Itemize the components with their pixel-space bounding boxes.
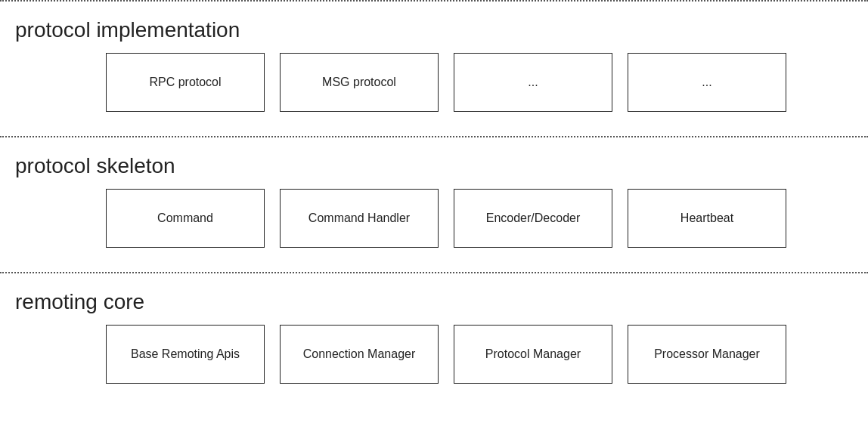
section-protocol-skeleton: protocol skeleton CommandCommand Handler… [0, 137, 868, 272]
box-msg-protocol: MSG protocol [280, 53, 439, 112]
box-protocol-manager: Protocol Manager [454, 325, 612, 384]
box-command-handler: Command Handler [280, 189, 439, 248]
section-label-remoting-core: remoting core [0, 282, 868, 325]
box-ellipsis-1: ... [454, 53, 612, 112]
section-label-protocol-implementation: protocol implementation [0, 11, 868, 53]
box-heartbeat: Heartbeat [628, 189, 786, 248]
box-connection-manager: Connection Manager [280, 325, 439, 384]
box-ellipsis-2: ... [628, 53, 786, 112]
boxes-row-protocol-implementation: RPC protocolMSG protocol...... [0, 53, 868, 124]
box-command: Command [106, 189, 265, 248]
section-remoting-core: remoting core Base Remoting ApisConnecti… [0, 273, 868, 408]
boxes-row-protocol-skeleton: CommandCommand HandlerEncoder/DecoderHea… [0, 189, 868, 260]
boxes-row-remoting-core: Base Remoting ApisConnection ManagerProt… [0, 325, 868, 396]
section-protocol-implementation: protocol implementation RPC protocolMSG … [0, 2, 868, 136]
box-processor-manager: Processor Manager [628, 325, 786, 384]
architecture-diagram: protocol implementation RPC protocolMSG … [0, 0, 868, 432]
box-rpc-protocol: RPC protocol [106, 53, 265, 112]
box-base-remoting-apis: Base Remoting Apis [106, 325, 265, 384]
section-label-protocol-skeleton: protocol skeleton [0, 147, 868, 189]
box-encoder-decoder: Encoder/Decoder [454, 189, 612, 248]
